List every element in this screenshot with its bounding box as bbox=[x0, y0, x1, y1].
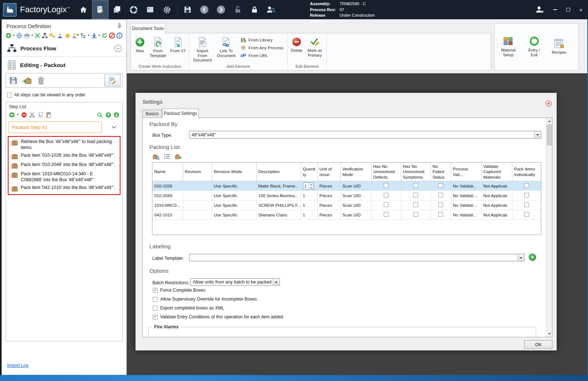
from-template-button[interactable]: From Template bbox=[148, 34, 168, 59]
tree-view-button[interactable] bbox=[80, 32, 86, 39]
has_no_unresolved_symptoms-checkbox[interactable] bbox=[413, 193, 418, 198]
cell-pack_items_individually[interactable] bbox=[512, 201, 541, 210]
cell-no_failed_status[interactable] bbox=[430, 181, 451, 191]
from-v7-button[interactable]: From V7 bbox=[168, 34, 188, 54]
quantity-editor[interactable]: 1▲▼ bbox=[303, 182, 314, 189]
cell-has_no_unresolved_symptoms[interactable] bbox=[401, 191, 430, 201]
link-to-document-button[interactable]: Link To Document bbox=[215, 34, 238, 59]
unlock-button[interactable] bbox=[229, 0, 246, 19]
remove-step-button[interactable] bbox=[21, 111, 27, 118]
column-header-revision_mode[interactable]: Revision Mode bbox=[212, 163, 256, 181]
cell-quantity[interactable]: 1 bbox=[301, 201, 317, 210]
add-step-button[interactable] bbox=[9, 111, 15, 118]
cell-verification_mode[interactable]: Scan UID bbox=[340, 210, 371, 220]
has_no_unresolved_defects-checkbox[interactable] bbox=[384, 193, 389, 198]
option-checkbox-row[interactable]: Validate Entry Conditions of this operat… bbox=[153, 314, 283, 319]
cell-revision[interactable] bbox=[183, 210, 212, 220]
step-instruction-item[interactable]: Pack item '1010-M6C010-14-340 - E C08828… bbox=[9, 170, 119, 184]
move-step-down-button[interactable] bbox=[113, 111, 119, 118]
cell-description[interactable]: 100 Series Aluminu... bbox=[256, 191, 301, 201]
column-header-description[interactable]: Description bbox=[256, 163, 301, 181]
tab-document-tools[interactable]: Document Tools bbox=[131, 23, 165, 33]
view-order-checkbox[interactable] bbox=[7, 93, 12, 97]
from-url-button[interactable]: From URL bbox=[241, 53, 283, 58]
pack_items_individually-checkbox[interactable] bbox=[524, 202, 529, 207]
cell-verification_mode[interactable]: Scan UID bbox=[340, 201, 371, 210]
pack_items_individually-checkbox[interactable] bbox=[524, 193, 529, 198]
cell-validate_captured_materials[interactable]: Not Applicab bbox=[481, 201, 512, 210]
batch-restrictions-combobox[interactable]: Allow units from any batch to be packed bbox=[190, 278, 280, 286]
assign-user-button[interactable] bbox=[72, 32, 79, 39]
cell-has_no_unresolved_defects[interactable] bbox=[371, 191, 401, 201]
recipes-button[interactable]: Recipes bbox=[549, 39, 569, 56]
quantity-down-icon[interactable]: ▼ bbox=[309, 186, 314, 189]
cell-verification_mode[interactable]: Scan UID bbox=[340, 191, 371, 201]
import-from-document-button[interactable]: Import From Document bbox=[190, 34, 215, 63]
cell-has_no_unresolved_defects[interactable] bbox=[371, 181, 401, 191]
has_no_unresolved_symptoms-checkbox[interactable] bbox=[413, 202, 418, 207]
cell-name[interactable]: 010-2049 bbox=[152, 191, 183, 201]
cell-quantity[interactable]: 1 bbox=[301, 210, 317, 220]
label-template-combobox[interactable] bbox=[189, 254, 525, 261]
cell-has_no_unresolved_defects[interactable] bbox=[371, 210, 401, 220]
column-header-pack_items_individually[interactable]: Pack Items Individually bbox=[512, 163, 541, 181]
combo-dropdown-icon[interactable] bbox=[518, 255, 524, 261]
cell-revision_mode[interactable]: Use Specific bbox=[212, 201, 256, 210]
home-button[interactable] bbox=[75, 0, 92, 19]
mark-as-primary-button[interactable]: Mark as Primary bbox=[304, 34, 325, 58]
dialog-scrollbar[interactable] bbox=[546, 118, 552, 337]
export-box-item-button[interactable] bbox=[174, 153, 182, 160]
column-header-has_no_unresolved_symptoms[interactable]: Has No Unresolved Symptoms bbox=[401, 163, 430, 181]
cell-unit_of_issue[interactable]: Pieces bbox=[317, 201, 340, 210]
cell-process_validation[interactable]: No Validati... bbox=[451, 191, 481, 201]
cell-name[interactable]: 042-1010 bbox=[152, 210, 183, 220]
has_no_unresolved_symptoms-checkbox[interactable] bbox=[413, 183, 418, 188]
cell-description[interactable]: Matte Black, Frame... bbox=[256, 181, 301, 191]
option-checkbox-row[interactable]: Allow Supervisory Override for Incomplet… bbox=[153, 296, 283, 302]
cell-validate_captured_materials[interactable]: Not Applicab bbox=[481, 181, 512, 191]
cell-has_no_unresolved_symptoms[interactable] bbox=[401, 181, 430, 191]
add-label-template-button[interactable]: + bbox=[529, 254, 536, 261]
cut-button[interactable] bbox=[29, 111, 35, 118]
option-checkbox-row[interactable]: Force Complete Boxes bbox=[153, 288, 283, 293]
packing-list-row[interactable]: 010-2049Use Specific100 Series Aluminu..… bbox=[152, 191, 541, 201]
cell-revision_mode[interactable]: Use Specific bbox=[212, 181, 256, 191]
option-checkbox-row[interactable]: Export completed boxes as XML bbox=[153, 305, 283, 311]
combo-dropdown-icon[interactable] bbox=[534, 132, 541, 138]
cell-quantity[interactable]: 1▲▼ bbox=[301, 181, 317, 191]
tab-basics[interactable]: Basics bbox=[142, 110, 162, 118]
news-button[interactable] bbox=[142, 0, 159, 19]
cell-verification_mode[interactable]: Scan UID bbox=[340, 181, 371, 191]
add-process-button[interactable] bbox=[6, 32, 11, 39]
cell-revision_mode[interactable]: Use Specific bbox=[212, 191, 256, 201]
has_no_unresolved_defects-checkbox[interactable] bbox=[384, 202, 389, 207]
step-expand-caret-icon[interactable] bbox=[112, 126, 120, 129]
new-button[interactable]: New bbox=[132, 34, 148, 54]
dropdown-caret-icon[interactable]: ▾ bbox=[13, 34, 15, 37]
packing-list-row[interactable]: 1010-M6C0...Use SpecificSCREW PHILLIPS F… bbox=[152, 201, 541, 210]
back-button[interactable] bbox=[196, 0, 213, 19]
column-header-name[interactable]: Name bbox=[152, 163, 183, 181]
cell-pack_items_individually[interactable] bbox=[512, 210, 541, 220]
cell-process_validation[interactable]: No Validati... bbox=[451, 201, 481, 210]
maximize-button[interactable] bbox=[565, 6, 571, 13]
pack_items_individually-checkbox[interactable] bbox=[524, 183, 529, 188]
find-user-button[interactable] bbox=[263, 0, 280, 19]
combo-dropdown-icon[interactable] bbox=[273, 279, 279, 285]
entry-exit-button[interactable]: Entry / Exit bbox=[523, 36, 546, 58]
process-editor-button[interactable] bbox=[92, 0, 109, 19]
view-order-checkbox-row[interactable]: All steps can be viewed in any order bbox=[2, 88, 126, 100]
delete-step-button[interactable] bbox=[35, 75, 46, 86]
save-step-button[interactable] bbox=[8, 75, 19, 86]
cell-unit_of_issue[interactable]: Pieces bbox=[317, 181, 340, 191]
forward-button[interactable] bbox=[213, 0, 229, 19]
hierarchy-button[interactable] bbox=[42, 32, 48, 39]
scroll-down-icon[interactable] bbox=[546, 331, 552, 337]
option-checkbox[interactable] bbox=[153, 315, 158, 319]
packing-list-row[interactable]: 010-1026Use SpecificMatte Black, Frame..… bbox=[152, 181, 541, 191]
refresh-button[interactable] bbox=[102, 32, 108, 39]
settings-button[interactable] bbox=[159, 0, 175, 19]
column-header-process_validation[interactable]: Process Vali... bbox=[451, 163, 481, 181]
step-instruction-item[interactable]: Pack item '010-2049' into the Box '48"x4… bbox=[9, 161, 119, 170]
cell-validate_captured_materials[interactable]: Not Applicab bbox=[481, 210, 512, 220]
